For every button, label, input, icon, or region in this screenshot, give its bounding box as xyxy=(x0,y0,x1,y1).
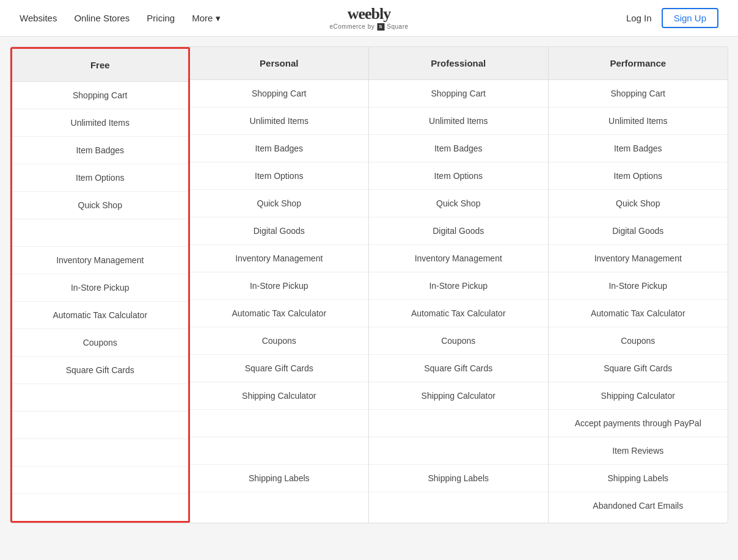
col-personal-item-5: Digital Goods xyxy=(190,217,369,245)
col-performance-item-1: Unlimited Items xyxy=(549,107,728,135)
col-performance-item-7: In-Store Pickup xyxy=(549,272,728,300)
col-free-item-7: In-Store Pickup xyxy=(12,274,188,302)
col-personal-item-11: Shipping Calculator xyxy=(190,382,369,410)
logo-text: weebly xyxy=(348,5,391,23)
header: Websites Online Stores Pricing More ▾ we… xyxy=(0,0,738,37)
nav-more[interactable]: More ▾ xyxy=(192,13,220,24)
col-professional-item-1: Unlimited Items xyxy=(369,107,548,135)
col-performance-item-13: Item Reviews xyxy=(549,437,728,465)
col-performance-item-6: Inventory Management xyxy=(549,245,728,272)
comparison-table: FreeShopping CartUnlimited ItemsItem Bad… xyxy=(10,46,728,523)
col-free-item-4: Quick Shop xyxy=(12,192,188,219)
col-personal-item-12: — xyxy=(190,410,369,437)
col-personal-item-1: Unlimited Items xyxy=(190,107,369,135)
col-personal-item-7: In-Store Pickup xyxy=(190,272,369,300)
login-button[interactable]: Log In xyxy=(626,13,652,23)
col-personal-item-6: Inventory Management xyxy=(190,245,369,272)
col-professional-item-7: In-Store Pickup xyxy=(369,272,548,300)
main-content: FreeShopping CartUnlimited ItemsItem Bad… xyxy=(0,37,738,533)
col-professional-item-15: — xyxy=(369,492,548,519)
col-performance-item-5: Digital Goods xyxy=(549,217,728,245)
col-professional-item-13: — xyxy=(369,437,548,465)
signup-button[interactable]: Sign Up xyxy=(662,8,718,28)
col-performance-item-4: Quick Shop xyxy=(549,190,728,217)
col-free-item-15: — xyxy=(12,494,188,521)
col-free-item-8: Automatic Tax Calculator xyxy=(12,302,188,329)
col-professional-item-2: Item Badges xyxy=(369,135,548,162)
col-free-item-13: — xyxy=(12,439,188,467)
col-professional-item-10: Square Gift Cards xyxy=(369,355,548,382)
col-header-free: Free xyxy=(12,49,188,82)
col-personal-item-15: — xyxy=(190,492,369,519)
col-free-item-0: Shopping Cart xyxy=(12,82,188,109)
col-professional-item-14: Shipping Labels xyxy=(369,465,548,492)
header-actions: Log In Sign Up xyxy=(626,8,718,28)
col-free-item-11: — xyxy=(12,384,188,412)
col-free-item-10: Square Gift Cards xyxy=(12,357,188,384)
nav-websites[interactable]: Websites xyxy=(20,13,57,23)
logo: weebly eCommerce by S Square xyxy=(329,5,408,31)
col-free-item-5: — xyxy=(12,219,188,247)
col-free-item-9: Coupons xyxy=(12,329,188,357)
col-professional: ProfessionalShopping CartUnlimited Items… xyxy=(369,47,549,523)
col-professional-item-3: Item Options xyxy=(369,162,548,190)
col-professional-item-5: Digital Goods xyxy=(369,217,548,245)
col-personal-item-8: Automatic Tax Calculator xyxy=(190,300,369,327)
col-free-item-3: Item Options xyxy=(12,164,188,192)
col-personal: PersonalShopping CartUnlimited ItemsItem… xyxy=(190,47,370,523)
col-personal-item-13: — xyxy=(190,437,369,465)
col-professional-item-12: — xyxy=(369,410,548,437)
col-free-item-12: — xyxy=(12,412,188,439)
col-professional-item-9: Coupons xyxy=(369,327,548,355)
col-performance-item-11: Shipping Calculator xyxy=(549,382,728,410)
table-grid: FreeShopping CartUnlimited ItemsItem Bad… xyxy=(10,47,728,523)
col-professional-item-0: Shopping Cart xyxy=(369,80,548,107)
col-personal-item-0: Shopping Cart xyxy=(190,80,369,107)
col-performance-item-2: Item Badges xyxy=(549,135,728,162)
col-free-item-1: Unlimited Items xyxy=(12,109,188,137)
nav-online-stores[interactable]: Online Stores xyxy=(74,13,130,23)
col-personal-item-4: Quick Shop xyxy=(190,190,369,217)
col-performance-item-15: Abandoned Cart Emails xyxy=(549,492,728,519)
col-performance-item-9: Coupons xyxy=(549,327,728,355)
col-professional-item-4: Quick Shop xyxy=(369,190,548,217)
main-nav: Websites Online Stores Pricing More ▾ xyxy=(20,13,221,24)
col-performance-item-12: Accept payments through PayPal xyxy=(549,410,728,437)
col-professional-item-8: Automatic Tax Calculator xyxy=(369,300,548,327)
col-professional-item-11: Shipping Calculator xyxy=(369,382,548,410)
col-header-professional: Professional xyxy=(369,47,548,80)
col-performance-item-14: Shipping Labels xyxy=(549,465,728,492)
col-personal-item-9: Coupons xyxy=(190,327,369,355)
col-personal-item-2: Item Badges xyxy=(190,135,369,162)
logo-sub: eCommerce by S Square xyxy=(329,23,408,31)
col-header-performance: Performance xyxy=(549,47,728,80)
col-personal-item-14: Shipping Labels xyxy=(190,465,369,492)
col-free-item-14: — xyxy=(12,467,188,494)
col-performance-item-0: Shopping Cart xyxy=(549,80,728,107)
col-performance: PerformanceShopping CartUnlimited ItemsI… xyxy=(549,47,728,523)
col-performance-item-3: Item Options xyxy=(549,162,728,190)
col-personal-item-10: Square Gift Cards xyxy=(190,355,369,382)
col-personal-item-3: Item Options xyxy=(190,162,369,190)
col-performance-item-10: Square Gift Cards xyxy=(549,355,728,382)
nav-pricing[interactable]: Pricing xyxy=(147,13,175,23)
col-free: FreeShopping CartUnlimited ItemsItem Bad… xyxy=(10,47,190,523)
col-free-item-6: Inventory Management xyxy=(12,247,188,274)
col-performance-item-8: Automatic Tax Calculator xyxy=(549,300,728,327)
col-header-personal: Personal xyxy=(190,47,369,80)
col-professional-item-6: Inventory Management xyxy=(369,245,548,272)
square-icon: S xyxy=(377,23,384,31)
col-free-item-2: Item Badges xyxy=(12,137,188,164)
